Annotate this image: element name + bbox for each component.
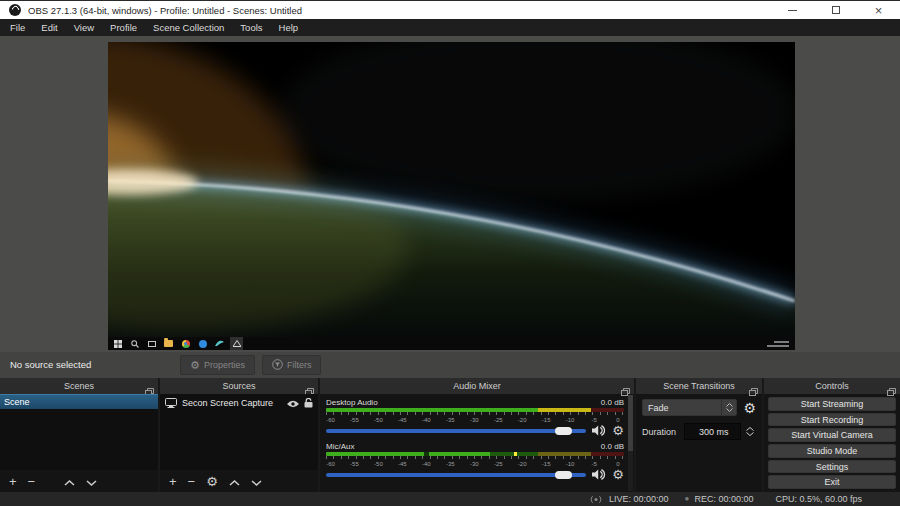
source-status-text: No source selected [10,359,91,370]
audio-mixer-panel: Audio Mixer Desktop Audio 0.0 dB -60-55-… [320,378,634,492]
titlebar: OBS 27.1.3 (64-bit, windows) - Profile: … [0,0,900,19]
sources-panel: Sources Secon Screen Capture [160,378,318,492]
source-toolbar: No source selected ⚙ Properties Filters [0,352,900,378]
obs-window: OBS 27.1.3 (64-bit, windows) - Profile: … [0,0,900,506]
speaker-icon[interactable] [592,466,606,484]
remove-scene-button[interactable]: − [28,475,36,488]
dock-row: Scenes Scene + − Sources [0,378,900,492]
visibility-eye-icon[interactable] [287,394,299,412]
minimize-button[interactable] [771,1,814,19]
sources-panel-header[interactable]: Sources [160,378,318,394]
control-button[interactable]: Start Streaming [768,397,896,411]
add-scene-button[interactable]: + [9,475,17,488]
move-source-up-button[interactable] [229,472,240,490]
mixer-channel-desktop-audio: Desktop Audio 0.0 dB -60-55-50-45-40-35-… [326,397,624,438]
level-db-value: 0.0 dB [601,398,624,407]
menu-bar: FileEditViewProfileScene CollectionTools… [0,19,900,36]
menu-item[interactable]: Profile [102,19,145,36]
close-button[interactable]: × [857,1,900,19]
mixer-scrollbar[interactable] [628,395,633,491]
minimize-icon [788,10,797,11]
control-button[interactable]: Exit [768,475,896,489]
window-title: OBS 27.1.3 (64-bit, windows) - Profile: … [28,5,302,16]
move-scene-down-button[interactable] [86,472,97,490]
properties-button[interactable]: ⚙ Properties [180,355,255,375]
source-properties-gear-button[interactable]: ⚙ [206,475,218,488]
channel-settings-gear-icon[interactable]: ⚙ [612,468,624,481]
speaker-icon[interactable] [592,422,606,440]
controls-header[interactable]: Controls [764,378,900,394]
volume-slider[interactable] [326,468,586,482]
scene-transitions-header[interactable]: Scene Transitions [636,378,762,394]
captured-paint-icon [215,339,224,348]
control-button[interactable]: Settings [768,460,896,474]
captured-start-icon [113,339,122,348]
close-icon: × [875,4,883,17]
mixer-channel-mic-aux: Mic/Aux 0.0 dB -60-55-50-45-40-35-30-25-… [326,441,624,482]
maximize-icon [832,6,840,14]
scene-transitions-panel: Scene Transitions Fade ⚙ [636,378,762,492]
cpu-fps-stats: CPU: 0.5%, 60.00 fps [775,494,862,504]
db-scale: -60-55-50-45-40-35-30-25-20-15-10-50 [326,456,624,466]
move-scene-up-button[interactable] [64,472,75,490]
volume-slider-handle[interactable] [555,471,572,479]
level-db-value: 0.0 dB [601,442,624,451]
control-button[interactable]: Start Virtual Camera [768,428,896,442]
menu-item[interactable]: View [66,19,102,36]
captured-chrome-icon [181,339,190,348]
menu-item[interactable]: File [2,19,33,36]
control-button[interactable]: Start Recording [768,413,896,427]
filter-icon [272,356,283,374]
transition-select[interactable]: Fade [642,399,737,416]
panel-menu-icon[interactable] [887,382,896,400]
gear-icon: ⚙ [190,360,200,371]
audio-mixer-header[interactable]: Audio Mixer [320,378,634,394]
duration-spinner[interactable] [743,427,756,436]
captured-browser-icon [198,339,207,348]
move-source-down-button[interactable] [251,472,262,490]
db-scale: -60-55-50-45-40-35-30-25-20-15-10-50 [326,412,624,422]
volume-slider[interactable] [326,424,586,438]
main-area [0,36,900,352]
control-button[interactable]: Studio Mode [768,444,896,458]
menu-item[interactable]: Help [271,19,307,36]
rec-timer: REC: 00:00:00 [694,494,753,504]
scenes-panel: Scenes Scene + − [0,378,158,492]
select-stepper-icon [721,400,736,415]
duration-input[interactable]: 300 ms [684,423,741,440]
scene-list-item[interactable]: Scene [0,394,158,409]
source-list-item[interactable]: Secon Screen Capture [160,394,318,411]
scenes-panel-header[interactable]: Scenes [0,378,158,394]
network-signal-icon [588,495,604,504]
captured-tray [767,341,789,347]
add-source-button[interactable]: + [169,475,177,488]
maximize-button[interactable] [814,1,857,19]
captured-active-app-icon [232,339,241,348]
display-capture-icon [165,394,177,412]
record-dot-icon: ● [685,495,690,503]
menu-item[interactable]: Tools [232,19,270,36]
lock-icon[interactable] [304,394,313,412]
earth-horizon-image [108,42,795,350]
live-timer: LIVE: 00:00:00 [609,494,669,504]
remove-source-button[interactable]: − [188,475,196,488]
preview-canvas[interactable] [108,42,795,350]
transition-settings-gear-button[interactable]: ⚙ [743,401,756,415]
controls-panel: Controls Start Streaming Start Recording… [764,378,900,492]
captured-search-icon [130,339,139,348]
menu-item[interactable]: Edit [33,19,65,36]
captured-folder-icon [164,339,173,348]
menu-item[interactable]: Scene Collection [145,19,232,36]
status-bar: LIVE: 00:00:00 ● REC: 00:00:00 CPU: 0.5%… [0,492,900,506]
filters-button[interactable]: Filters [262,355,322,375]
obs-logo-icon [9,4,21,16]
captured-taskbar [108,337,795,350]
captured-app-icon [147,339,156,348]
volume-slider-handle[interactable] [555,427,572,435]
channel-settings-gear-icon[interactable]: ⚙ [612,424,624,437]
